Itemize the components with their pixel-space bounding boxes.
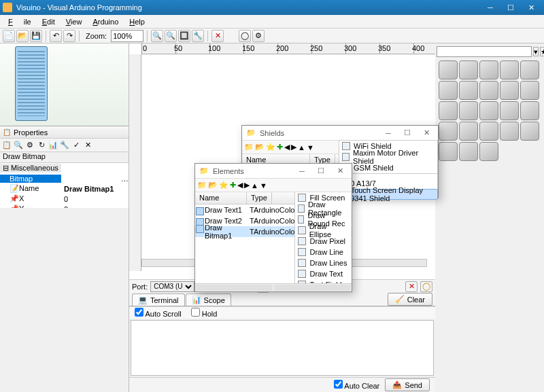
component-item[interactable] (520, 101, 539, 120)
elements-tool[interactable]: 📁 (197, 181, 207, 190)
component-item[interactable] (500, 81, 519, 100)
shields-tool[interactable]: ▶ (291, 143, 296, 152)
circle-icon[interactable]: ◯ (239, 30, 251, 42)
element-type-option[interactable]: Draw Ellipse (295, 225, 352, 236)
component-search[interactable] (437, 46, 532, 57)
tool-icon[interactable]: 🔧 (192, 30, 204, 42)
component-preview[interactable] (0, 43, 129, 126)
save-button[interactable]: 💾 (30, 30, 42, 42)
shields-tool[interactable]: ▲ (298, 143, 305, 152)
undo-button[interactable]: ↶ (50, 30, 62, 42)
zoom-fit-icon[interactable]: 🔲 (178, 30, 190, 42)
shields-tool[interactable]: ⭐ (266, 143, 275, 152)
redo-button[interactable]: ↷ (63, 30, 75, 42)
elements-min[interactable]: ─ (294, 165, 309, 177)
o-button[interactable]: ◯ (420, 281, 432, 292)
elements-tool[interactable]: ▶ (244, 181, 250, 190)
autoscroll-checkbox[interactable]: Auto Scroll (135, 308, 182, 318)
zoom-in-icon[interactable]: 🔍 (151, 30, 163, 42)
prop-tool-2[interactable]: 🔍 (13, 140, 24, 151)
search-opt-2[interactable]: ★ (540, 47, 544, 56)
elements-close[interactable]: ✕ (333, 165, 347, 177)
element-type-option[interactable]: Draw Lines (295, 257, 352, 268)
prop-tool-8[interactable]: ✕ (82, 140, 93, 151)
maximize-button[interactable]: ☐ (500, 1, 521, 14)
menu-view[interactable]: View (61, 16, 88, 27)
elements-menu[interactable]: Fill ScreenDraw RectangleDraw Round RecD… (295, 192, 352, 283)
prop-tool-4[interactable]: ↻ (36, 140, 47, 151)
shields-tool[interactable]: 📁 (244, 143, 254, 152)
component-item[interactable] (459, 81, 478, 100)
component-item[interactable] (459, 101, 478, 120)
element-type-option[interactable]: Text Field (295, 279, 352, 283)
gear-icon[interactable]: ⚙ (252, 30, 265, 42)
elements-tool[interactable]: 📂 (208, 181, 218, 190)
shields-max[interactable]: ☐ (400, 127, 415, 139)
component-item[interactable] (439, 101, 458, 120)
component-item[interactable] (479, 60, 498, 79)
shield-option-sel[interactable]: or Touch Screen Display ILI9341 Shield (339, 189, 438, 200)
element-type-option[interactable]: Draw Line (295, 247, 352, 257)
shields-min[interactable]: ─ (381, 127, 396, 139)
component-item[interactable] (479, 122, 498, 141)
shields-tool[interactable]: ✚ (277, 143, 283, 152)
property-grid[interactable]: ⊟ Miscellaneous Bitmap… 📝NameDraw Bitmap… (0, 163, 129, 208)
component-item[interactable] (479, 101, 498, 120)
prop-tool-5[interactable]: 📊 (48, 140, 58, 151)
prop-row-bitmap[interactable]: Bitmap… (0, 173, 129, 183)
zoom-out-icon[interactable]: 🔍 (165, 30, 177, 42)
component-item[interactable] (520, 60, 539, 79)
component-item[interactable] (500, 101, 519, 120)
component-item[interactable] (520, 81, 539, 100)
component-item[interactable] (439, 122, 458, 141)
minimize-button[interactable]: ─ (480, 1, 500, 14)
elements-col-type[interactable]: Type (247, 192, 272, 204)
elements-tool[interactable]: ▲ (251, 181, 258, 190)
tab-terminal[interactable]: 💻Terminal (132, 293, 185, 306)
elements-col-name[interactable]: Name (195, 192, 247, 204)
open-button[interactable]: 📂 (16, 30, 29, 42)
send-button[interactable]: 📤Send (385, 378, 430, 391)
new-button[interactable]: 📄 (3, 30, 15, 42)
component-item[interactable] (500, 60, 519, 79)
terminal-output[interactable] (131, 320, 434, 376)
port-select[interactable]: COM3 (U (150, 281, 194, 292)
component-item[interactable] (479, 81, 498, 100)
element-type-option[interactable]: Draw Pixel (295, 236, 352, 247)
shields-tool[interactable]: ▼ (307, 143, 314, 152)
element-type-option[interactable]: Draw Text (295, 268, 352, 279)
prop-tool-6[interactable]: 🔧 (59, 140, 70, 151)
prop-row-x[interactable]: 📌X0 (0, 194, 129, 204)
prop-tool-3[interactable]: ⚙ (24, 140, 35, 151)
elements-tool[interactable]: ✚ (230, 181, 236, 190)
delete-icon[interactable]: ✕ (211, 30, 224, 42)
component-item[interactable] (439, 142, 458, 161)
autoclear-checkbox[interactable]: Auto Clear (334, 380, 379, 390)
prop-tool-1[interactable]: 📋 (1, 140, 12, 151)
close-button[interactable]: ✕ (521, 1, 541, 14)
prop-row-name[interactable]: 📝NameDraw Bitmap1 (0, 183, 129, 194)
shields-close[interactable]: ✕ (419, 127, 434, 139)
shield-option[interactable]: Maxim Motor Driver Shield (339, 152, 437, 162)
component-item[interactable] (439, 81, 458, 100)
component-item[interactable] (439, 60, 458, 79)
tab-scope[interactable]: 📊Scope (186, 293, 231, 306)
clear-button-top[interactable]: 🧹Clear (388, 293, 432, 306)
component-item[interactable] (459, 60, 478, 79)
shields-menu[interactable]: WiFi Shield Maxim Motor Driver Shield GS… (339, 140, 438, 174)
x-button[interactable]: ✕ (405, 281, 418, 292)
component-item[interactable] (500, 122, 519, 141)
menu-help[interactable]: Help (124, 16, 150, 27)
menu-arduino[interactable]: Arduino (87, 16, 124, 27)
component-item[interactable] (459, 142, 478, 161)
menu-edit[interactable]: Edit (37, 16, 61, 27)
elements-row[interactable]: Draw Bitmap1TArduinoColo (195, 226, 294, 237)
component-item[interactable] (520, 122, 539, 141)
elements-tool[interactable]: ⭐ (219, 181, 228, 190)
component-item[interactable] (479, 142, 498, 161)
shields-tool[interactable]: 📂 (255, 143, 265, 152)
component-item[interactable] (459, 122, 478, 141)
elements-list[interactable]: Draw Text1TArduinoColoDraw Text2TArduino… (195, 204, 294, 283)
menu-file[interactable]: File (3, 16, 37, 27)
search-opt-1[interactable]: ▾ (533, 47, 539, 56)
